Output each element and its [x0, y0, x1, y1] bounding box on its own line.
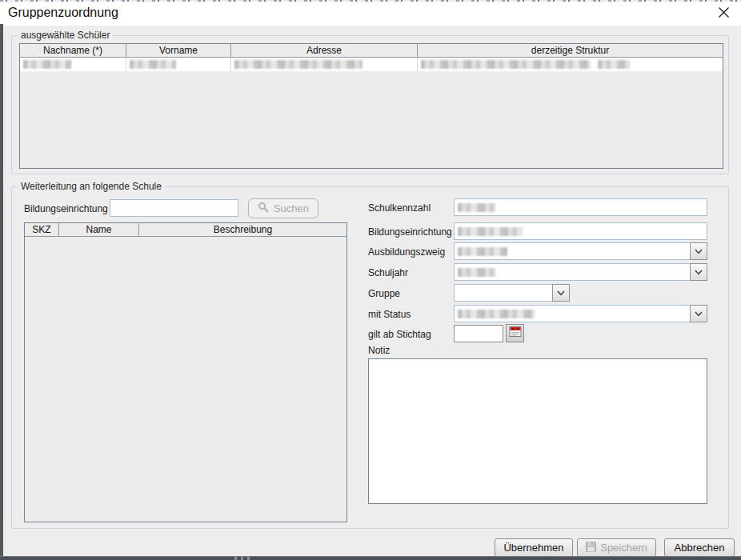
gilt-ab-stichtag-label: gilt ab Stichtag: [368, 329, 431, 340]
redacted-ausbildungszweig: [458, 247, 507, 256]
close-button[interactable]: [715, 6, 731, 22]
gruppe-select[interactable]: [454, 284, 570, 302]
background-window-left-edge: [0, 24, 3, 560]
redacted-vorname: [130, 60, 176, 69]
schulkennzahl-field[interactable]: [454, 198, 707, 216]
abbrechen-button[interactable]: Abbrechen: [664, 538, 735, 557]
redacted-adresse: [234, 60, 362, 69]
close-icon: [718, 6, 730, 22]
uebernehmen-button-label: Übernehmen: [503, 542, 563, 554]
chevron-down-icon: [690, 242, 707, 260]
redacted-struktur: [421, 60, 591, 69]
selected-students-table-header: Nachname (*) Vorname Adresse derzeitige …: [20, 44, 723, 58]
uebernehmen-button[interactable]: Übernehmen: [495, 538, 573, 557]
redacted-bildungseinrichtung: [458, 227, 523, 236]
speichern-button-label: Speichern: [600, 542, 647, 554]
redacted-nachname: [23, 60, 71, 69]
selected-students-table: Nachname (*) Vorname Adresse derzeitige …: [19, 43, 723, 169]
ausbildungszweig-select[interactable]: [454, 242, 707, 260]
column-header-beschreibung[interactable]: Beschreibung: [139, 223, 346, 236]
gruppe-label: Gruppe: [368, 288, 400, 299]
column-header-vorname[interactable]: Vorname: [126, 44, 231, 57]
schulkennzahl-label: Schulkennzahl: [368, 202, 431, 214]
column-header-derzeitige-struktur[interactable]: derzeitige Struktur: [418, 44, 723, 57]
school-results-table-header: SKZ Name Beschreibung: [25, 223, 346, 237]
redacted-schulkennzahl: [458, 203, 496, 212]
window-title: Gruppenzuordnung: [8, 6, 118, 20]
bildungseinrichtung-label: Bildungseinrichtung: [368, 226, 452, 238]
notiz-textarea-field[interactable]: [369, 359, 707, 503]
selected-students-groupbox: ausgewählte Schüler Nachname (*) Vorname…: [11, 35, 729, 174]
chevron-down-icon: [552, 284, 570, 302]
redacted-status: [458, 310, 535, 318]
bildungseinrichtung-field[interactable]: [454, 222, 707, 240]
suchen-button[interactable]: Suchen: [248, 198, 318, 218]
selected-students-title: ausgewählte Schüler: [18, 30, 113, 41]
schuljahr-select[interactable]: [454, 263, 707, 281]
abbrechen-button-label: Abbrechen: [675, 542, 725, 554]
notiz-label: Notiz: [368, 345, 390, 356]
ausbildungszweig-label: Ausbildungszweig: [368, 246, 445, 258]
gruppenzuordnung-dialog: Gruppenzuordnung ausgewählte Schüler Nac…: [0, 0, 741, 560]
titlebar: Gruppenzuordnung: [0, 0, 741, 26]
table-row[interactable]: [20, 58, 723, 71]
background-window-bottom-edge: [0, 556, 741, 560]
background-window-tick: [247, 557, 250, 560]
mit-status-select[interactable]: [454, 305, 707, 322]
chevron-down-icon: [690, 305, 707, 322]
school-results-table: SKZ Name Beschreibung: [24, 222, 347, 522]
redacted-schuljahr: [458, 268, 496, 277]
calendar-icon: [509, 326, 522, 341]
column-header-nachname[interactable]: Nachname (*): [20, 44, 126, 57]
forwarding-title: Weiterleitung an folgende Schule: [18, 181, 165, 192]
suchen-button-label: Suchen: [274, 202, 309, 214]
background-window-tick: [241, 557, 243, 560]
bildungseinrichtung-search-label: Bildungseinrichtung: [24, 203, 108, 214]
chevron-down-icon: [690, 263, 707, 281]
redacted-struktur-2: [598, 60, 630, 69]
notiz-textarea[interactable]: [368, 358, 707, 504]
bildungseinrichtung-search-input[interactable]: [110, 199, 238, 217]
column-header-name[interactable]: Name: [59, 223, 139, 236]
background-window-top-edge: [0, 0, 741, 2]
stichtag-date-input[interactable]: [454, 325, 503, 342]
stichtag-date-input-field[interactable]: [458, 326, 503, 342]
speichern-button[interactable]: Speichern: [577, 538, 656, 557]
bildungseinrichtung-search-input-field[interactable]: [114, 200, 238, 216]
background-window-tick: [234, 557, 237, 560]
calendar-button[interactable]: [506, 324, 524, 342]
search-icon: [258, 202, 269, 215]
column-header-adresse[interactable]: Adresse: [231, 44, 418, 57]
column-header-skz[interactable]: SKZ: [25, 223, 59, 236]
save-icon: [586, 542, 596, 554]
mit-status-label: mit Status: [368, 309, 411, 320]
schuljahr-label: Schuljahr: [368, 267, 408, 278]
